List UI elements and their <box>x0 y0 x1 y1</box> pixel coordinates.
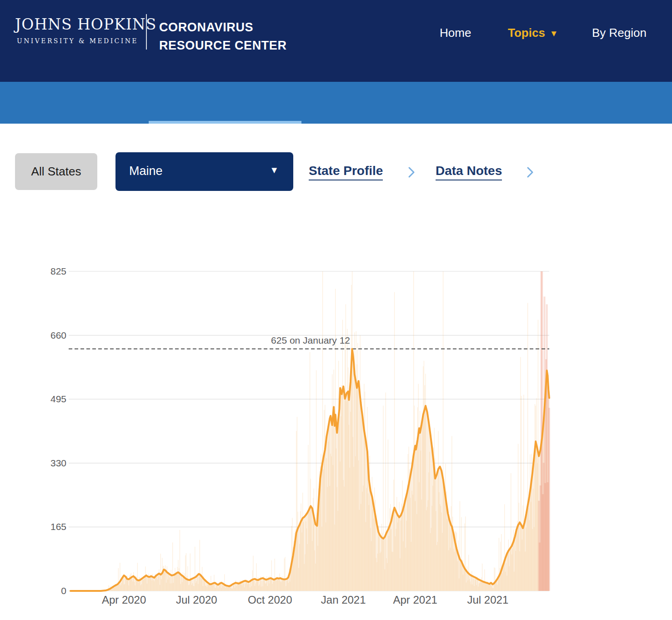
header-nav-item-home[interactable]: Home <box>440 26 471 40</box>
daily-cases-bar <box>353 467 354 591</box>
daily-cases-bar <box>315 564 316 591</box>
daily-cases-bar <box>223 586 223 591</box>
daily-cases-bar <box>367 407 367 591</box>
johns-hopkins-logo[interactable]: JOHNS HOPKINS UNIVERSITY & MEDICINE <box>15 15 156 45</box>
daily-cases-bar <box>346 401 347 591</box>
daily-cases-bar <box>410 498 411 591</box>
daily-cases-bar <box>460 501 460 591</box>
daily-cases-bar <box>170 584 171 591</box>
daily-cases-bar <box>131 573 131 591</box>
daily-cases-bar <box>286 581 287 591</box>
header-nav-item-by-region[interactable]: By Region <box>592 26 647 40</box>
site-header: JOHNS HOPKINS UNIVERSITY & MEDICINE CORO… <box>0 0 672 82</box>
daily-cases-bar <box>357 343 358 591</box>
daily-cases-bar <box>450 548 451 591</box>
daily-cases-bar <box>307 544 308 591</box>
daily-cases-bar <box>401 504 402 591</box>
daily-cases-bar <box>457 561 458 591</box>
daily-cases-bar <box>489 585 490 591</box>
daily-cases-bar <box>337 487 337 591</box>
daily-cases-bar <box>135 585 135 591</box>
daily-cases-bar <box>283 579 284 591</box>
state-profile-link[interactable]: State Profile <box>309 164 383 180</box>
daily-cases-bar <box>194 586 194 591</box>
daily-cases-bar <box>442 533 442 591</box>
subnav-item-data-in-motion[interactable]: Data in Motion <box>567 178 646 192</box>
daily-cases-bar <box>122 580 122 591</box>
subnav-label: Data in Motion <box>567 178 646 191</box>
daily-cases-bar <box>428 500 428 591</box>
daily-cases-bar <box>149 577 150 591</box>
daily-cases-bar <box>281 582 281 591</box>
daily-cases-bar <box>385 570 385 591</box>
daily-cases-bar <box>448 550 449 591</box>
daily-cases-bar <box>511 473 511 591</box>
logo-university-name: JOHNS HOPKINS <box>15 15 156 33</box>
daily-cases-bar <box>461 517 461 591</box>
daily-cases-bar <box>137 563 138 591</box>
daily-cases-bar <box>510 550 510 591</box>
site-title[interactable]: CORONAVIRUS RESOURCE CENTER <box>159 18 287 55</box>
daily-cases-bar <box>514 572 514 591</box>
daily-cases-bar <box>408 454 408 591</box>
daily-cases-bar <box>325 405 325 591</box>
daily-cases-bar <box>471 571 472 591</box>
daily-cases-bar <box>522 505 523 591</box>
daily-cases-bar <box>528 508 529 591</box>
daily-cases-bar <box>250 587 250 591</box>
daily-cases-bar <box>491 584 491 591</box>
daily-cases-bar <box>347 329 347 591</box>
daily-cases-bar <box>411 542 411 591</box>
daily-cases-bar <box>141 584 142 591</box>
daily-cases-bar <box>376 558 376 591</box>
daily-cases-bar <box>150 576 150 591</box>
daily-cases-bar <box>281 580 282 591</box>
daily-cases-bar <box>299 544 300 591</box>
daily-cases-bar <box>445 464 446 591</box>
daily-cases-bar <box>220 583 221 591</box>
daily-cases-bar <box>465 516 466 591</box>
all-states-button[interactable]: All States <box>15 153 97 190</box>
daily-cases-bar <box>312 541 312 591</box>
daily-cases-bar <box>175 568 175 591</box>
daily-cases-bar <box>485 584 486 591</box>
daily-cases-bar <box>474 586 474 591</box>
daily-cases-bar <box>503 567 503 591</box>
daily-cases-bar <box>192 583 193 591</box>
daily-cases-bar <box>233 585 233 591</box>
daily-cases-bar <box>334 525 335 591</box>
daily-cases-bar <box>132 581 133 591</box>
data-notes-link[interactable]: Data Notes <box>436 164 502 180</box>
site-title-line1: CORONAVIRUS <box>159 18 287 36</box>
daily-cases-bar <box>438 431 438 591</box>
daily-cases-bar <box>476 577 476 591</box>
daily-cases-bar <box>427 507 427 591</box>
daily-cases-bar <box>185 555 186 591</box>
daily-cases-bar <box>196 581 197 591</box>
daily-cases-bar <box>167 566 167 591</box>
header-nav-item-topics[interactable]: Topics▼ <box>508 26 558 40</box>
daily-cases-bar <box>365 392 365 591</box>
daily-cases-bar <box>434 428 435 591</box>
daily-cases-bar <box>171 583 172 591</box>
daily-cases-bar <box>436 545 437 591</box>
daily-cases-bar <box>507 554 508 591</box>
daily-cases-bar <box>254 581 254 591</box>
daily-cases-bar <box>267 586 268 591</box>
state-select-dropdown[interactable]: Maine ▼ <box>115 152 293 191</box>
daily-cases-bar <box>184 573 185 591</box>
daily-cases-bar <box>526 527 527 591</box>
daily-cases-bar <box>409 447 409 591</box>
daily-cases-bar <box>256 563 256 591</box>
daily-cases-bar <box>310 352 310 591</box>
daily-cases-bar <box>205 586 206 591</box>
daily-cases-bar <box>416 514 417 591</box>
daily-cases-bar <box>165 565 165 591</box>
daily-cases-bar <box>278 578 278 591</box>
daily-cases-bar <box>405 548 406 591</box>
daily-cases-bar <box>444 489 444 591</box>
daily-cases-bar <box>407 485 407 591</box>
daily-cases-bar <box>361 402 362 591</box>
daily-cases-bar <box>358 460 359 591</box>
daily-cases-bar <box>373 509 373 591</box>
